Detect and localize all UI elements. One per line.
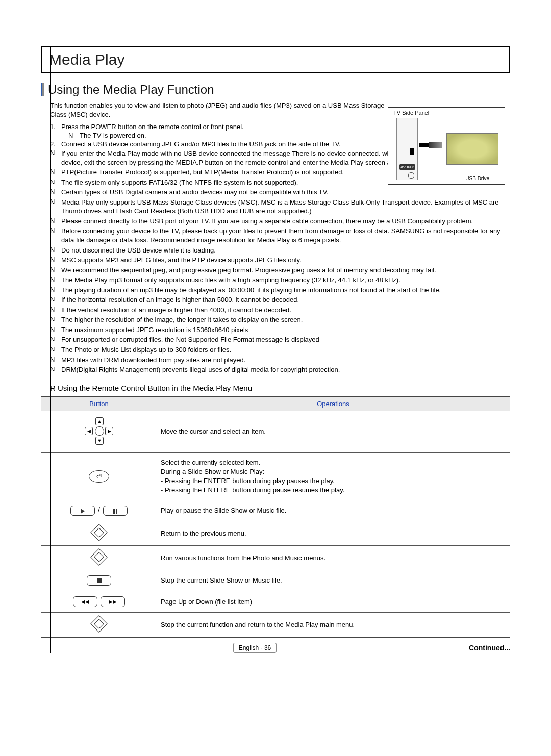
dpad-icon: ▲▼◀▶ bbox=[84, 416, 114, 446]
note-text: If the vertical resolution of an image i… bbox=[61, 306, 510, 315]
note-row: NMSC supports MP3 and JPEG files, and th… bbox=[50, 256, 510, 265]
section-header: Using the Media Play Function bbox=[41, 83, 510, 97]
note-mark: N bbox=[50, 345, 61, 355]
remote-subhead: R Using the Remote Control Button in the… bbox=[50, 384, 510, 392]
play-pause-icon: / bbox=[70, 506, 128, 516]
page-number: English - 36 bbox=[233, 643, 277, 653]
operation-cell: Select the currently selected item.Durin… bbox=[157, 452, 510, 500]
note-row: NThe Photo or Music List displays up to … bbox=[50, 345, 510, 355]
note-row: NDRM(Digital Rights Management) prevents… bbox=[50, 365, 510, 374]
note-text: If the horizontal resolution of an image… bbox=[61, 295, 510, 305]
table-row: ▲▼◀▶Move the cursor and select an item. bbox=[41, 411, 510, 452]
section-title: Using the Media Play Function bbox=[48, 83, 214, 97]
note-text: The playing duration of an mp3 file may … bbox=[61, 286, 510, 295]
step-number: 2. bbox=[50, 140, 61, 148]
operation-cell: Stop the current function and return to … bbox=[157, 613, 510, 637]
side-panel-label: TV Side Panel bbox=[393, 110, 429, 116]
note-text: DRM(Digital Rights Management) prevents … bbox=[61, 365, 510, 374]
note-mark: N bbox=[50, 356, 61, 365]
operation-cell: Stop the current Slide Show or Music fil… bbox=[157, 570, 510, 591]
step-text: Connect a USB device containing JPEG and… bbox=[61, 140, 397, 148]
note-text: Do not disconnect the USB device while i… bbox=[61, 246, 510, 255]
note-text: The maximum supported JPEG resolution is… bbox=[61, 325, 510, 335]
note-row: NCertain types of USB Digital camera and… bbox=[50, 188, 510, 197]
note-row: NIf the horizontal resolution of an imag… bbox=[50, 295, 510, 305]
operation-cell: Run various functions from the Photo and… bbox=[157, 546, 510, 570]
note-mark: N bbox=[50, 217, 61, 226]
button-operations-table: Button Operations ▲▼◀▶Move the cursor an… bbox=[41, 396, 510, 638]
note-row: NMP3 files with DRM downloaded from pay … bbox=[50, 356, 510, 365]
footer: English - 36 Continued... bbox=[41, 643, 510, 653]
note-row: NBefore connecting your device to the TV… bbox=[50, 226, 510, 244]
usb-plug-icon bbox=[419, 141, 442, 149]
tools-icon bbox=[90, 548, 108, 566]
intro-text: This function enables you to view and li… bbox=[50, 101, 397, 119]
note-mark: N bbox=[50, 286, 61, 295]
button-cell bbox=[41, 521, 157, 546]
note-text: For unsupported or corrupted files, the … bbox=[61, 335, 510, 344]
note-row: NThe higher the resolution of the image,… bbox=[50, 315, 510, 324]
note-text: MP3 files with DRM downloaded from pay s… bbox=[61, 356, 510, 365]
note-row: NThe maximum supported JPEG resolution i… bbox=[50, 325, 510, 335]
note-mark: N bbox=[50, 149, 61, 167]
note-mark: N bbox=[50, 365, 61, 374]
note-text: Please connect directly to the USB port … bbox=[61, 217, 510, 226]
step-number: 1. bbox=[50, 123, 61, 131]
button-cell bbox=[41, 570, 157, 591]
note-row: NFor unsupported or corrupted files, the… bbox=[50, 335, 510, 344]
step-row: 2.Connect a USB device containing JPEG a… bbox=[50, 140, 397, 148]
note-mark: N bbox=[50, 226, 61, 244]
note-mark: N bbox=[50, 325, 61, 335]
note-mark: N bbox=[50, 315, 61, 324]
usb-drive-icon bbox=[446, 133, 498, 165]
chapter-box: Media Play bbox=[41, 46, 510, 73]
note-text: Before connecting your device to the TV,… bbox=[61, 226, 510, 244]
note-mark: N bbox=[50, 306, 61, 315]
note-text: Certain types of USB Digital camera and … bbox=[61, 188, 510, 197]
note-row: NIf the vertical resolution of an image … bbox=[50, 306, 510, 315]
table-row: Return to the previous menu. bbox=[41, 521, 510, 546]
left-rule bbox=[50, 46, 51, 653]
note-text: We recommend the sequential jpeg, and pr… bbox=[61, 266, 510, 275]
note-text: The Media Play mp3 format only supports … bbox=[61, 275, 510, 285]
operation-cell: Play or pause the Slide Show or Music fi… bbox=[157, 500, 510, 521]
note-row: NThe Media Play mp3 format only supports… bbox=[50, 275, 510, 285]
step-text: Press the POWER button on the remote con… bbox=[61, 123, 397, 131]
note-mark: N bbox=[50, 188, 61, 197]
av-in2-label: AV IN 2 bbox=[399, 164, 415, 170]
note-mark: N bbox=[50, 266, 61, 275]
operation-cell: Return to the previous menu. bbox=[157, 521, 510, 546]
note-mark: N bbox=[50, 256, 61, 265]
tv-side-panel-figure: TV Side Panel AV IN 2 USB Drive bbox=[388, 107, 505, 185]
button-cell: / bbox=[41, 500, 157, 521]
step-row: 1.Press the POWER button on the remote c… bbox=[50, 123, 397, 131]
note-mark: N bbox=[50, 335, 61, 344]
stop-icon bbox=[87, 575, 111, 586]
note-row: NThe playing duration of an mp3 file may… bbox=[50, 286, 510, 295]
table-header-button: Button bbox=[41, 396, 157, 411]
step-subnote: NThe TV is powered on. bbox=[68, 132, 405, 139]
note-row: NDo not disconnect the USB device while … bbox=[50, 246, 510, 255]
note-mark: N bbox=[50, 275, 61, 285]
tv-side-icon: AV IN 2 bbox=[396, 118, 418, 180]
note-text: MSC supports MP3 and JPEG files, and the… bbox=[61, 256, 510, 265]
button-cell bbox=[41, 613, 157, 637]
continued-label: Continued... bbox=[469, 644, 510, 652]
note-mark: N bbox=[50, 246, 61, 255]
section-accent-icon bbox=[41, 83, 44, 96]
table-row: Page Up or Down (file list item) bbox=[41, 591, 510, 613]
operation-cell: Page Up or Down (file list item) bbox=[157, 591, 510, 613]
chapter-title: Media Play bbox=[49, 51, 124, 68]
note-text: Media Play only supports USB Mass Storag… bbox=[61, 198, 510, 216]
note-text: The higher the resolution of the image, … bbox=[61, 315, 510, 324]
note-row: NMedia Play only supports USB Mass Stora… bbox=[50, 198, 510, 216]
note-mark: N bbox=[68, 132, 80, 139]
button-cell bbox=[41, 546, 157, 570]
table-row: ⏎Select the currently selected item.Duri… bbox=[41, 452, 510, 500]
table-row: Stop the current Slide Show or Music fil… bbox=[41, 570, 510, 591]
return-icon bbox=[90, 524, 108, 541]
button-cell: ▲▼◀▶ bbox=[41, 411, 157, 452]
button-cell bbox=[41, 591, 157, 613]
table-row: Stop the current function and return to … bbox=[41, 613, 510, 637]
note-text: The Photo or Music List displays up to 3… bbox=[61, 345, 510, 355]
